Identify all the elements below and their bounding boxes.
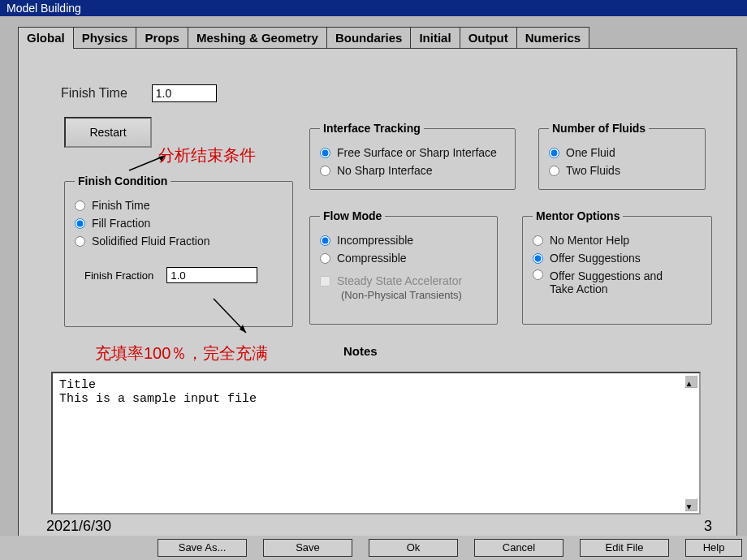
- mo-radio-suggest[interactable]: [533, 253, 543, 264]
- help-button[interactable]: Help: [685, 539, 742, 557]
- it-radio-none[interactable]: [320, 166, 330, 176]
- tab-initial[interactable]: Initial: [410, 27, 460, 49]
- fc-opt-2: Solidified Fluid Fraction: [92, 235, 210, 248]
- nf-radio-one[interactable]: [549, 148, 559, 158]
- annotation-finish-condition: 分析结束条件: [158, 144, 256, 166]
- ok-button[interactable]: Ok: [369, 539, 458, 557]
- fc-radio-fill[interactable]: [75, 218, 85, 229]
- finish-fraction-label: Finish Fraction: [84, 269, 153, 282]
- number-fluids-group: Number of Fluids One Fluid Two Fluids: [538, 122, 706, 190]
- nf-opt-0: One Fluid: [566, 146, 615, 159]
- fc-radio-time[interactable]: [75, 200, 85, 211]
- finish-condition-group: Finish Condition Finish Time Fill Fracti…: [64, 174, 293, 327]
- interface-tracking-group: Interface Tracking Free Surface or Sharp…: [309, 122, 516, 190]
- mentor-options-legend: Mentor Options: [533, 209, 623, 222]
- cancel-button[interactable]: Cancel: [474, 539, 563, 557]
- bottom-toolbar: Save As... Save Ok Cancel Edit File Help: [0, 536, 747, 560]
- nf-opt-1: Two Fluids: [566, 164, 620, 177]
- title-bar: Model Building: [0, 0, 747, 16]
- tab-numerics[interactable]: Numerics: [516, 27, 589, 49]
- fc-opt-1: Fill Fraction: [92, 217, 150, 230]
- steady-state-checkbox: [320, 276, 330, 286]
- fm-radio-incomp[interactable]: [320, 235, 330, 246]
- save-as-button[interactable]: Save As...: [158, 539, 247, 557]
- fm-opt-1: Compressible: [337, 252, 407, 265]
- mo-opt-1: Offer Suggestions: [550, 252, 641, 265]
- finish-condition-legend: Finish Condition: [75, 174, 171, 187]
- svg-marker-3: [240, 325, 246, 333]
- finish-time-input[interactable]: [152, 84, 217, 102]
- save-button[interactable]: Save: [263, 539, 352, 557]
- mo-opt-2: Offer Suggestions and Take Action: [550, 269, 688, 295]
- footer-page: 3: [704, 518, 712, 535]
- flow-mode-group: Flow Mode Incompressible Compressible St…: [309, 209, 498, 325]
- finish-fraction-input[interactable]: [166, 267, 257, 283]
- fm-radio-comp[interactable]: [320, 253, 330, 264]
- number-fluids-legend: Number of Fluids: [549, 122, 649, 135]
- finish-time-row: Finish Time: [61, 84, 217, 102]
- fm-sub-label: (Non-Physical Transients): [341, 289, 487, 301]
- mo-radio-none[interactable]: [533, 235, 543, 246]
- edit-file-button[interactable]: Edit File: [580, 539, 669, 557]
- interface-tracking-legend: Interface Tracking: [320, 122, 424, 135]
- notes-line-1: Title: [59, 378, 693, 392]
- mentor-options-group: Mentor Options No Mentor Help Offer Sugg…: [522, 209, 712, 325]
- fc-radio-solid[interactable]: [75, 236, 85, 247]
- finish-time-label: Finish Time: [61, 86, 127, 101]
- notes-label: Notes: [343, 344, 378, 358]
- nf-radio-two[interactable]: [549, 166, 559, 176]
- arrow-icon: [207, 297, 253, 338]
- scroll-down-icon[interactable]: ▾: [684, 498, 697, 511]
- main-panel: Finish Time Restart 分析结束条件 Finish Condit…: [18, 48, 737, 536]
- notes-textarea[interactable]: Title This is a sample input file ▴ ▾ 有哪…: [51, 372, 701, 515]
- fm-opt-0: Incompressible: [337, 234, 413, 247]
- scroll-up-icon[interactable]: ▴: [684, 375, 697, 388]
- tab-boundaries[interactable]: Boundaries: [326, 27, 412, 49]
- notes-line-2: This is a sample input file: [59, 392, 693, 406]
- mo-radio-action[interactable]: [533, 269, 543, 280]
- restart-button[interactable]: Restart: [64, 117, 152, 148]
- tab-output[interactable]: Output: [460, 27, 517, 49]
- it-opt-0: Free Surface or Sharp Interface: [337, 146, 497, 159]
- tab-meshing[interactable]: Meshing & Geometry: [188, 27, 327, 49]
- footer-date: 2021/6/30: [46, 518, 111, 535]
- tab-row: Global Physics Props Meshing & Geometry …: [18, 26, 747, 48]
- mo-opt-0: No Mentor Help: [550, 234, 629, 247]
- fm-chk-label: Steady State Accelerator: [337, 274, 462, 287]
- tab-global[interactable]: Global: [18, 27, 74, 49]
- it-opt-1: No Sharp Interface: [337, 164, 433, 177]
- it-radio-free[interactable]: [320, 148, 330, 158]
- fc-opt-0: Finish Time: [92, 199, 150, 212]
- flow-mode-legend: Flow Mode: [320, 209, 385, 222]
- annotation-fill-rate: 充填率100％，完全充满: [95, 342, 268, 364]
- tab-physics[interactable]: Physics: [73, 27, 137, 49]
- tab-props[interactable]: Props: [136, 27, 188, 49]
